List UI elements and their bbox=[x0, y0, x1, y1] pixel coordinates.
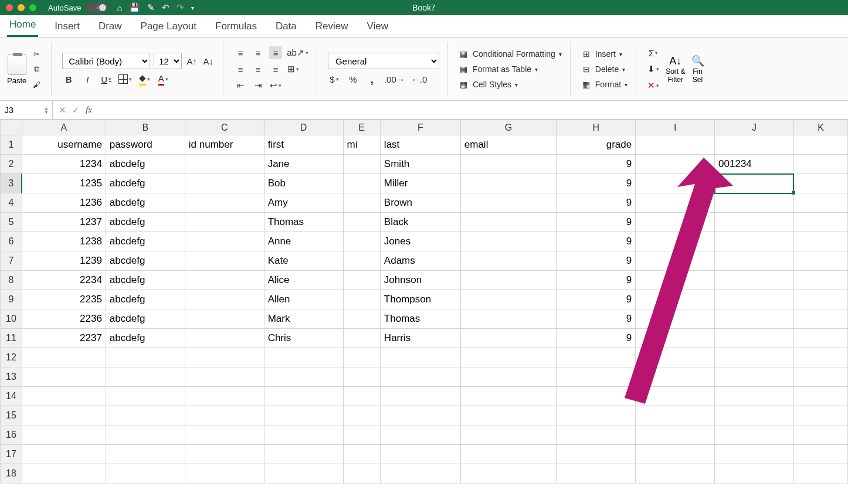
cell[interactable] bbox=[22, 348, 106, 367]
row-header[interactable]: 14 bbox=[1, 387, 22, 406]
row-header[interactable]: 8 bbox=[1, 271, 22, 290]
increase-indent-icon[interactable]: ⇥ bbox=[252, 79, 264, 92]
cell[interactable] bbox=[343, 464, 380, 483]
cell[interactable] bbox=[343, 232, 380, 251]
cell[interactable]: email bbox=[460, 135, 557, 155]
cell[interactable]: 9 bbox=[557, 309, 636, 329]
cell[interactable] bbox=[106, 445, 185, 464]
new-icon[interactable]: ✎ bbox=[147, 2, 155, 13]
cell[interactable]: id number bbox=[185, 135, 264, 155]
column-header-I[interactable]: I bbox=[636, 120, 715, 135]
cell[interactable]: Johnson bbox=[380, 271, 460, 290]
formula-input[interactable] bbox=[98, 101, 848, 119]
cell[interactable] bbox=[557, 348, 636, 367]
cell[interactable] bbox=[636, 387, 715, 406]
cell[interactable] bbox=[715, 348, 794, 367]
cell[interactable] bbox=[793, 348, 847, 367]
cell[interactable]: 2234 bbox=[22, 271, 106, 290]
tab-home[interactable]: Home bbox=[7, 14, 38, 37]
cell[interactable] bbox=[793, 387, 847, 406]
align-bottom-icon[interactable]: ≡ bbox=[269, 46, 282, 59]
find-select-button[interactable]: 🔍 Fin Sel bbox=[691, 55, 704, 84]
cell[interactable]: 2236 bbox=[22, 309, 106, 329]
namebox-spinner-icon[interactable]: ▴▾ bbox=[45, 106, 48, 114]
cell[interactable] bbox=[185, 193, 264, 213]
cell[interactable] bbox=[264, 387, 343, 406]
tab-data[interactable]: Data bbox=[273, 16, 299, 37]
cancel-formula-icon[interactable]: ✕ bbox=[59, 105, 66, 115]
cell[interactable]: Anne bbox=[264, 232, 343, 251]
cell[interactable] bbox=[185, 174, 264, 193]
cell[interactable]: Thomas bbox=[264, 213, 343, 232]
decrease-decimal-icon[interactable]: ←.0 bbox=[411, 73, 428, 86]
cell[interactable] bbox=[343, 367, 380, 387]
maximize-window-icon[interactable] bbox=[29, 4, 36, 11]
cell[interactable]: abcdefg bbox=[106, 232, 185, 251]
cell[interactable] bbox=[715, 251, 794, 271]
row-header[interactable]: 15 bbox=[1, 406, 22, 425]
row-header[interactable]: 10 bbox=[1, 309, 22, 329]
cell[interactable] bbox=[793, 406, 847, 425]
borders-button[interactable] bbox=[118, 73, 132, 86]
cell[interactable] bbox=[793, 445, 847, 464]
cell[interactable]: 1235 bbox=[22, 174, 106, 193]
cell[interactable] bbox=[22, 367, 106, 387]
cell[interactable] bbox=[460, 348, 557, 367]
cell[interactable] bbox=[343, 251, 380, 271]
cell[interactable]: Smith bbox=[380, 155, 460, 174]
row-header[interactable]: 5 bbox=[1, 213, 22, 232]
cell[interactable] bbox=[460, 193, 557, 213]
cell[interactable] bbox=[557, 367, 636, 387]
cell[interactable] bbox=[22, 445, 106, 464]
cell[interactable] bbox=[264, 445, 343, 464]
cell[interactable] bbox=[715, 464, 794, 483]
cell[interactable] bbox=[185, 271, 264, 290]
cell[interactable] bbox=[460, 213, 557, 232]
name-box[interactable]: J3 ▴▾ bbox=[0, 101, 53, 119]
cell[interactable]: Harris bbox=[380, 329, 460, 348]
cell[interactable]: username bbox=[22, 135, 106, 155]
number-format-select[interactable]: General bbox=[328, 53, 439, 69]
row-header[interactable]: 7 bbox=[1, 251, 22, 271]
cell[interactable]: 9 bbox=[557, 251, 636, 271]
cell[interactable] bbox=[22, 425, 106, 445]
autosave-toggle[interactable]: OFF bbox=[86, 3, 108, 12]
cell[interactable] bbox=[636, 329, 715, 348]
cell[interactable] bbox=[793, 464, 847, 483]
cell[interactable] bbox=[793, 155, 847, 174]
cell[interactable] bbox=[636, 406, 715, 425]
decrease-indent-icon[interactable]: ⇤ bbox=[234, 79, 247, 92]
cell[interactable] bbox=[460, 290, 557, 309]
row-header[interactable]: 3 bbox=[1, 174, 22, 193]
column-header-D[interactable]: D bbox=[264, 120, 343, 135]
tab-review[interactable]: Review bbox=[313, 16, 351, 37]
fill-down-icon[interactable]: ⬇ bbox=[647, 63, 660, 76]
cell[interactable] bbox=[793, 174, 847, 193]
cell[interactable]: 2235 bbox=[22, 290, 106, 309]
cell[interactable] bbox=[793, 309, 847, 329]
cell[interactable]: abcdefg bbox=[106, 329, 185, 348]
cell[interactable]: first bbox=[264, 135, 343, 155]
cell[interactable] bbox=[343, 155, 380, 174]
row-header[interactable]: 12 bbox=[1, 348, 22, 367]
orientation-icon[interactable]: ab↗ bbox=[287, 46, 308, 59]
cell[interactable]: abcdefg bbox=[106, 213, 185, 232]
cell[interactable] bbox=[460, 387, 557, 406]
close-window-icon[interactable] bbox=[6, 4, 13, 11]
cell[interactable] bbox=[185, 309, 264, 329]
cell[interactable] bbox=[380, 367, 460, 387]
cell[interactable]: 9 bbox=[557, 271, 636, 290]
cell[interactable] bbox=[460, 445, 557, 464]
row-header[interactable]: 13 bbox=[1, 367, 22, 387]
italic-button[interactable]: I bbox=[81, 73, 94, 86]
insert-cells-button[interactable]: ⊞Insert ▾ bbox=[581, 49, 627, 59]
cell[interactable]: abcdefg bbox=[106, 251, 185, 271]
cell[interactable] bbox=[460, 329, 557, 348]
cell[interactable]: Allen bbox=[264, 290, 343, 309]
cell[interactable]: 9 bbox=[557, 155, 636, 174]
accept-formula-icon[interactable]: ✓ bbox=[72, 105, 80, 115]
cell[interactable] bbox=[380, 387, 460, 406]
cell[interactable] bbox=[264, 464, 343, 483]
cell[interactable] bbox=[460, 174, 557, 193]
cell[interactable]: 1234 bbox=[22, 155, 106, 174]
